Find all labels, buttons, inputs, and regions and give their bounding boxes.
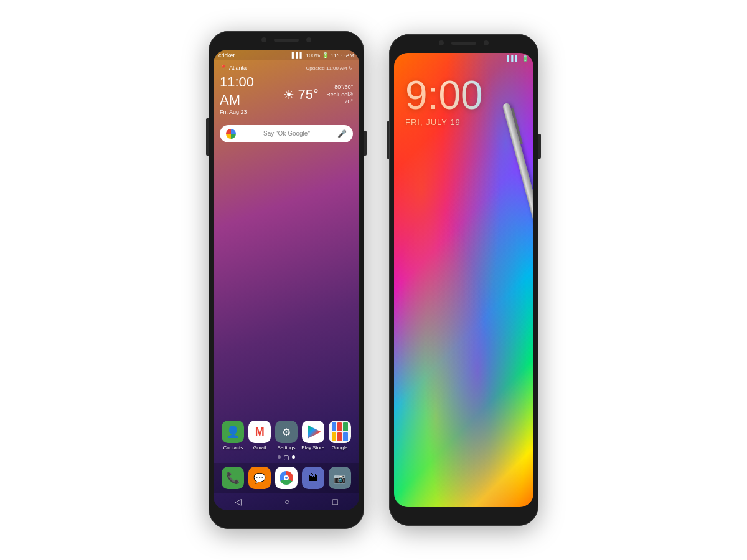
google-g-icon [226, 129, 236, 139]
settings-icon-img: ⚙ [275, 421, 298, 443]
weather-main: 11:00 AM Fri, Aug 23 ☀ 75° 80°/60° RealF… [220, 73, 353, 116]
sensor-dot [306, 37, 311, 42]
google-search-bar[interactable]: Say "Ok Google" 🎤 [220, 125, 353, 142]
app-icon-settings[interactable]: ⚙ Settings [273, 421, 299, 450]
google-label: Google [332, 445, 348, 450]
dot-home [284, 455, 289, 460]
carrier-label: cricket [218, 52, 235, 58]
dot-1 [278, 455, 281, 459]
weather-time: 11:00 AM [220, 73, 273, 109]
gear-icon: ⚙ [282, 426, 291, 438]
playstore-icon-img [302, 421, 324, 443]
dot-active [292, 455, 295, 459]
weather-date: Fri, Aug 23 [220, 109, 273, 116]
right-phone-screen: ▌▌▌ 🔋 9:00 FRI, JULY 19 [394, 53, 533, 507]
app-icon-playstore[interactable]: Play Store [300, 421, 326, 450]
google-grid-icon [330, 421, 350, 443]
status-bar: cricket ▌▌▌ 100% 🔋 11:00 AM [214, 50, 359, 60]
messages-bubble-icon: 💬 [253, 472, 266, 484]
weather-time-date: 11:00 AM Fri, Aug 23 [220, 73, 273, 116]
right-speaker-icon [451, 42, 476, 45]
dock-photos[interactable]: 🏔 [300, 467, 326, 489]
settings-label: Settings [278, 445, 296, 450]
google-icon-img [329, 421, 351, 443]
app-icon-contacts[interactable]: 👤 Contacts [220, 421, 246, 450]
weather-updated: Updated 11:00 AM ↻ [306, 65, 353, 71]
search-placeholder-text: Say "Ok Google" [240, 130, 334, 137]
weather-location: 📍 Atlanta [220, 65, 247, 71]
phone-left: cricket ▌▌▌ 100% 🔋 11:00 AM 📍 Atlanta Up [209, 31, 364, 529]
dock-phone[interactable]: 📞 [220, 467, 246, 489]
location-text: Atlanta [229, 65, 247, 71]
phone-top-hardware [209, 37, 364, 42]
dock-camera[interactable]: 📷 [327, 467, 353, 489]
microphone-icon: 🎤 [337, 129, 347, 138]
weather-widget: 📍 Atlanta Updated 11:00 AM ↻ 11:00 AM Fr… [214, 60, 359, 119]
gmail-label: Gmail [253, 445, 266, 450]
temperature-label: 75° [298, 86, 319, 103]
left-phone-screen: cricket ▌▌▌ 100% 🔋 11:00 AM 📍 Atlanta Up [214, 50, 359, 510]
speaker-icon [274, 39, 299, 42]
dock-chrome[interactable] [273, 467, 299, 489]
phone-icon-img: 📞 [222, 467, 244, 489]
right-sensor-dot [484, 40, 489, 45]
bottom-dock: 📞 💬 🏔 [214, 463, 359, 493]
sun-icon: ☀ [283, 87, 294, 102]
contacts-icon-img: 👤 [222, 421, 244, 443]
right-signal-icon: ▌▌▌ [507, 55, 519, 62]
contacts-label: Contacts [223, 445, 243, 450]
chrome-inner-circle [284, 475, 289, 480]
lock-time-label: 9:00 [405, 75, 483, 115]
left-screen-content: cricket ▌▌▌ 100% 🔋 11:00 AM 📍 Atlanta Up [214, 50, 359, 510]
app-icon-gmail[interactable]: M Gmail [247, 421, 273, 450]
signal-icon: ▌▌▌ [292, 52, 304, 58]
right-status-bar: ▌▌▌ 🔋 [394, 53, 533, 63]
recents-button[interactable]: □ [332, 497, 337, 506]
lock-date-label: FRI, JULY 19 [405, 118, 461, 127]
high-low-block: 80°/60° RealFeel® 70° [322, 84, 353, 106]
dock-messages[interactable]: 💬 [247, 467, 273, 489]
app-icon-google[interactable]: Google [327, 421, 353, 450]
home-button[interactable]: ○ [284, 497, 289, 506]
gmail-icon-img: M [248, 421, 271, 443]
front-camera-icon [261, 37, 266, 42]
camera-lens-icon: 📷 [334, 472, 346, 484]
location-pin-icon: 📍 [220, 65, 227, 71]
phone-right: ▌▌▌ 🔋 9:00 FRI, JULY 19 [389, 34, 538, 526]
chrome-icon-img [275, 467, 298, 489]
chrome-circle-icon [280, 471, 293, 485]
realfeel-label: RealFeel® 70° [322, 91, 353, 106]
contacts-person-icon: 👤 [226, 425, 240, 439]
photos-icon-img: 🏔 [302, 467, 324, 489]
time-label: 11:00 AM [331, 52, 354, 58]
phone-call-icon: 📞 [226, 471, 240, 485]
navigation-bar: ◁ ○ □ [214, 493, 359, 510]
play-triangle-icon [308, 425, 321, 439]
gmail-m-icon: M [255, 426, 265, 439]
messages-icon-img: 💬 [248, 467, 271, 489]
page-indicator [214, 453, 359, 463]
right-front-camera-icon [439, 40, 444, 45]
mountains-icon: 🏔 [308, 472, 318, 483]
right-battery-icon: 🔋 [522, 55, 529, 62]
back-button[interactable]: ◁ [235, 497, 242, 506]
high-low-label: 80°/60° [322, 84, 353, 91]
weather-temp-block: ☀ 75° 80°/60° RealFeel® 70° [283, 84, 353, 106]
status-right: ▌▌▌ 100% 🔋 11:00 AM [292, 52, 354, 58]
right-screen-content: ▌▌▌ 🔋 9:00 FRI, JULY 19 [394, 53, 533, 507]
right-phone-top-hardware [389, 40, 538, 45]
refresh-icon: ↻ [349, 65, 353, 71]
playstore-label: Play Store [301, 445, 324, 450]
battery-label: 100% [306, 52, 320, 58]
app-grid-row: 👤 Contacts M Gmail ⚙ Settings [214, 416, 359, 453]
camera-icon-img: 📷 [329, 467, 351, 489]
